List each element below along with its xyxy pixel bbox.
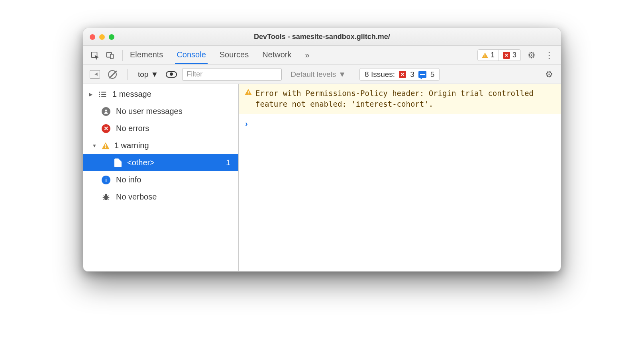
file-icon	[114, 158, 122, 167]
warning-icon	[245, 89, 252, 95]
sidebar-item-warnings-other[interactable]: <other> 1	[83, 154, 238, 171]
sidebar-item-label: No errors	[116, 124, 149, 133]
warning-text: Error with Permissions-Policy header: Or…	[255, 88, 554, 109]
bug-icon	[102, 193, 110, 201]
issues-info-count: 5	[430, 70, 435, 79]
separator	[127, 69, 128, 80]
console-sidebar: ▶ 1 message No user messages ✕	[83, 84, 239, 271]
device-toggle-icon[interactable]	[103, 49, 117, 62]
sidebar-item-label: 1 warning	[114, 141, 149, 150]
warnings-badge[interactable]: 1	[478, 50, 499, 61]
sidebar-item-label: No info	[116, 175, 141, 184]
titlebar: DevTools - samesite-sandbox.glitch.me/	[83, 28, 561, 46]
console-prompt[interactable]: ›	[239, 114, 561, 133]
sidebar-item-count: 1	[226, 158, 233, 167]
sidebar-item-errors[interactable]: ✕ No errors	[83, 120, 238, 137]
filter-input[interactable]	[182, 68, 282, 81]
issues-button[interactable]: 8 Issues: ✕ 3 5	[359, 68, 440, 81]
warnings-count: 1	[491, 51, 495, 59]
list-icon	[98, 90, 107, 98]
svg-line-14	[104, 196, 105, 196]
inspect-element-icon[interactable]	[88, 49, 102, 62]
tab-network[interactable]: Network	[261, 46, 293, 64]
svg-rect-2	[110, 54, 113, 59]
svg-line-15	[108, 196, 109, 196]
kebab-menu-icon[interactable]: ⋮	[542, 49, 556, 62]
console-toolbar: top ▼ Default levels ▼ 8 Issues: ✕ 3 5 ⚙	[83, 65, 561, 84]
toggle-sidebar-icon[interactable]	[88, 68, 102, 81]
sidebar-item-user-messages[interactable]: No user messages	[83, 103, 238, 120]
settings-gear-icon[interactable]: ⚙	[525, 49, 538, 62]
sidebar-item-messages[interactable]: ▶ 1 message	[83, 86, 238, 103]
sidebar-item-label: No verbose	[116, 192, 157, 201]
warning-icon	[482, 53, 488, 58]
live-expression-icon[interactable]	[165, 68, 178, 81]
clear-console-icon[interactable]	[106, 68, 119, 81]
tab-sources[interactable]: Sources	[218, 46, 250, 64]
main-toolbar: Elements Console Sources Network » 1 ✕ 3…	[83, 46, 561, 65]
console-warning-message[interactable]: Error with Permissions-Policy header: Or…	[239, 84, 561, 114]
main-content: ▶ 1 message No user messages ✕	[83, 84, 561, 271]
chevron-down-icon: ▼	[338, 70, 346, 79]
issues-errors-count: 3	[410, 70, 414, 79]
issues-label: 8 Issues:	[365, 70, 395, 79]
status-badges[interactable]: 1 ✕ 3	[477, 49, 521, 61]
sidebar-item-label: 1 message	[112, 90, 151, 99]
chevron-down-icon: ▼	[151, 70, 158, 79]
error-icon: ✕	[503, 52, 510, 59]
console-settings-gear-icon[interactable]: ⚙	[542, 68, 556, 81]
error-icon: ✕	[102, 124, 110, 133]
error-icon: ✕	[399, 71, 406, 78]
window-title: DevTools - samesite-sandbox.glitch.me/	[83, 33, 561, 41]
svg-point-9	[105, 110, 107, 111]
more-tabs-icon[interactable]: »	[305, 51, 310, 60]
sidebar-item-label: <other>	[127, 158, 155, 167]
panel-tabs: Elements Console Sources Network	[128, 46, 293, 64]
sidebar-item-warnings[interactable]: ▼ 1 warning	[83, 137, 238, 154]
info-icon: i	[102, 176, 110, 184]
sidebar-item-info[interactable]: i No info	[83, 171, 238, 188]
log-levels-dropdown[interactable]: Default levels ▼	[288, 70, 348, 79]
levels-label: Default levels	[291, 70, 336, 79]
errors-badge[interactable]: ✕ 3	[499, 50, 520, 61]
console-output: Error with Permissions-Policy header: Or…	[239, 84, 561, 271]
context-label: top	[138, 70, 148, 79]
sidebar-item-label: No user messages	[116, 107, 183, 116]
tab-elements[interactable]: Elements	[128, 46, 165, 64]
errors-count: 3	[512, 51, 516, 59]
info-bubble-icon	[418, 71, 426, 78]
separator	[122, 50, 123, 61]
prompt-chevron-icon: ›	[245, 119, 248, 128]
svg-line-16	[104, 199, 105, 200]
tab-console[interactable]: Console	[175, 46, 207, 64]
warning-icon	[102, 142, 109, 149]
collapse-icon: ▼	[92, 143, 97, 149]
user-icon	[102, 107, 110, 116]
context-dropdown[interactable]: top ▼	[135, 70, 161, 79]
expand-icon: ▶	[89, 92, 92, 97]
devtools-window: DevTools - samesite-sandbox.glitch.me/ E…	[83, 28, 561, 272]
svg-line-17	[108, 199, 109, 200]
svg-point-11	[105, 194, 107, 196]
sidebar-item-verbose[interactable]: No verbose	[83, 188, 238, 205]
